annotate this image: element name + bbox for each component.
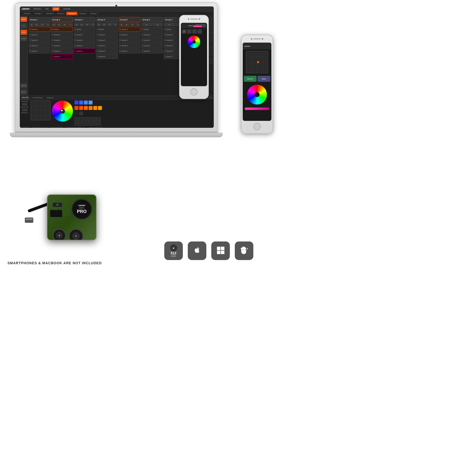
g2-scene-1[interactable]: Scene — [51, 27, 73, 32]
g2-scene-4[interactable]: Scene 3 — [51, 43, 73, 48]
g4-ctrl-4[interactable]: ↺ — [113, 23, 118, 26]
g6-scene-5[interactable]: Scene 5 — [141, 49, 163, 53]
g4-scene-5[interactable]: Scene 5 — [96, 49, 118, 53]
g6-scene-4[interactable]: Scene 4 — [141, 43, 163, 48]
g3-scene-2[interactable]: Scene 2 — [74, 32, 95, 37]
group-tab-3[interactable]: Group 3 — [44, 12, 55, 15]
g5-scene-1[interactable]: Scene 2 — [119, 27, 141, 32]
phone-2-color-wheel[interactable] — [247, 85, 267, 105]
g3-ctrl-3[interactable]: ■ — [85, 23, 90, 26]
g5-ctrl-3[interactable]: ■ — [130, 23, 135, 26]
grid-swatch-5[interactable] — [92, 117, 96, 121]
g1-ctrl-3[interactable]: ■ — [40, 23, 45, 26]
swatch-blue-2[interactable] — [79, 101, 83, 105]
swatch-orange-6[interactable] — [98, 106, 102, 110]
phone-2-home-button[interactable] — [253, 123, 261, 130]
swatch-orange-3[interactable] — [84, 106, 88, 110]
g1-scene-5[interactable]: Scene 5 — [29, 38, 50, 43]
menu-fx[interactable]: FX — [45, 7, 50, 11]
g5-scene-5[interactable]: Scene 4 — [119, 49, 141, 53]
grid-swatch-12[interactable] — [97, 122, 101, 126]
sidebar-btn-palette[interactable]: PALETTE — [21, 83, 27, 88]
g3-scene-3[interactable]: Scene 3 — [74, 38, 95, 43]
phone-1-icon-3[interactable] — [192, 29, 197, 34]
swatch-orange-4[interactable] — [89, 106, 93, 110]
phone-2-pink-bar[interactable] — [245, 107, 269, 110]
g4-scene-4[interactable]: Scene 4 — [96, 43, 118, 48]
swatch-orange-2[interactable] — [79, 106, 83, 110]
g2-scene-6[interactable]: Scene 5 — [51, 54, 73, 59]
sidebar-btn-live[interactable]: LIVE — [21, 30, 27, 35]
g4-ctrl-3[interactable]: ■ — [107, 23, 113, 26]
g3-ctrl-1[interactable]: ◀ — [74, 23, 79, 26]
g1-scene-3[interactable]: Scene 3 — [29, 32, 50, 37]
g4-scene-3[interactable]: Scene 3 — [96, 38, 118, 43]
grid-swatch-3[interactable] — [83, 117, 87, 121]
g4-scene-2[interactable]: Scene 2 — [96, 32, 118, 37]
tab-dimmer[interactable]: Dimmer — [46, 96, 55, 99]
tab-pantilt[interactable]: Pan/Tilt — [21, 96, 29, 99]
grid-swatch-9[interactable] — [83, 122, 87, 126]
grid-swatch-4[interactable] — [88, 117, 92, 121]
g5-scene-4[interactable]: Scene 3 — [119, 43, 141, 48]
sidebar-btn-fx[interactable]: FX — [21, 23, 27, 28]
group-tab-7[interactable]: Group 7 — [88, 12, 99, 15]
g5-scene-3[interactable]: Scene 3 — [119, 38, 141, 43]
g1-scene-2[interactable]: Scene 2 — [29, 27, 50, 32]
grid-swatch-11[interactable] — [92, 122, 96, 126]
g3-scene-4[interactable]: Scene 3 — [74, 43, 95, 48]
menu-live[interactable]: LIVE — [52, 7, 59, 11]
phone-1-master-slider[interactable] — [193, 26, 206, 27]
g2-scene-2[interactable]: Scene 2 — [51, 32, 73, 37]
group-tab-4[interactable]: Group 4 — [55, 12, 66, 15]
phone-1-home-button[interactable] — [190, 88, 198, 96]
g4-scene-1[interactable]: Scene — [96, 27, 118, 32]
g5-ctrl-4[interactable]: ↺ — [135, 23, 141, 26]
g2-ctrl-2[interactable]: ▶ — [57, 23, 62, 26]
g4-ctrl-1[interactable]: ◀ — [96, 23, 101, 26]
sidebar-btn-show[interactable]: SHOW — [21, 36, 27, 41]
grid-swatch-7[interactable] — [74, 122, 78, 126]
group-tab-6[interactable]: Group 6 — [77, 12, 89, 15]
g7-ctrl-1[interactable]: ◀ — [164, 23, 175, 26]
grid-swatch-2[interactable] — [79, 117, 83, 121]
g5-ctrl-1[interactable]: ◀ — [119, 23, 124, 26]
g6-scene-3[interactable]: Scene 3 — [141, 38, 163, 43]
swatch-orange-5[interactable] — [93, 106, 97, 110]
g6-scene-2[interactable]: Scene 2 — [141, 32, 163, 37]
g2-scene-3[interactable]: Scene 2 — [51, 38, 73, 43]
color-wheel[interactable] — [52, 101, 73, 122]
g2-ctrl-4[interactable]: ↺ — [68, 23, 73, 26]
group-tab-2[interactable]: Group 2 — [33, 12, 44, 15]
g1-scene-7[interactable]: Scene 7 — [29, 49, 50, 53]
g6-scene-1[interactable]: Scene — [141, 27, 163, 32]
g5-scene-2[interactable]: Scene 2 — [119, 32, 141, 37]
menu-patch[interactable]: PATCH — [33, 7, 42, 11]
g3-scene-5[interactable]: Scene 4 — [74, 49, 95, 53]
phone-2-fx-slow[interactable]: Slow FX — [244, 76, 257, 82]
pan-tilt-area[interactable] — [31, 101, 50, 120]
swatch-dark-2[interactable] — [79, 111, 83, 115]
speed-btn[interactable] — [22, 103, 27, 106]
phone-1-icon-4[interactable] — [197, 29, 202, 34]
g2-ctrl-1[interactable]: ◀ — [51, 23, 56, 26]
g6-ctrl-2[interactable]: ▶ — [152, 23, 163, 26]
swatch-blue-1[interactable] — [74, 101, 78, 105]
sidebar-btn-effect[interactable]: EFFECT — [21, 90, 27, 95]
grid-swatch-6[interactable] — [97, 117, 101, 121]
g1-ctrl-4[interactable]: ↺ — [45, 23, 50, 26]
group-tab-5[interactable]: Group 5 — [66, 12, 77, 15]
g4-scene-6[interactable]: Scene 6 — [96, 54, 118, 59]
grid-swatch-1[interactable] — [74, 117, 78, 121]
phone-1-color-wheel[interactable] — [188, 36, 200, 48]
g1-scene-6[interactable]: Scene 6 — [29, 43, 50, 48]
g2-scene-5[interactable]: Scene 4 — [51, 49, 73, 53]
g2-ctrl-3[interactable]: ■ — [62, 23, 68, 26]
phone-2-fx-disco[interactable]: Disco — [258, 76, 270, 82]
g4-ctrl-2[interactable]: ▶ — [102, 23, 107, 26]
g1-ctrl-2[interactable]: ▶ — [34, 23, 39, 26]
g3-ctrl-4[interactable]: ↺ — [90, 23, 95, 26]
phone-1-icon-2[interactable] — [187, 29, 191, 34]
swatch-blue-3[interactable] — [84, 101, 88, 105]
grid-swatch-10[interactable] — [88, 122, 92, 126]
